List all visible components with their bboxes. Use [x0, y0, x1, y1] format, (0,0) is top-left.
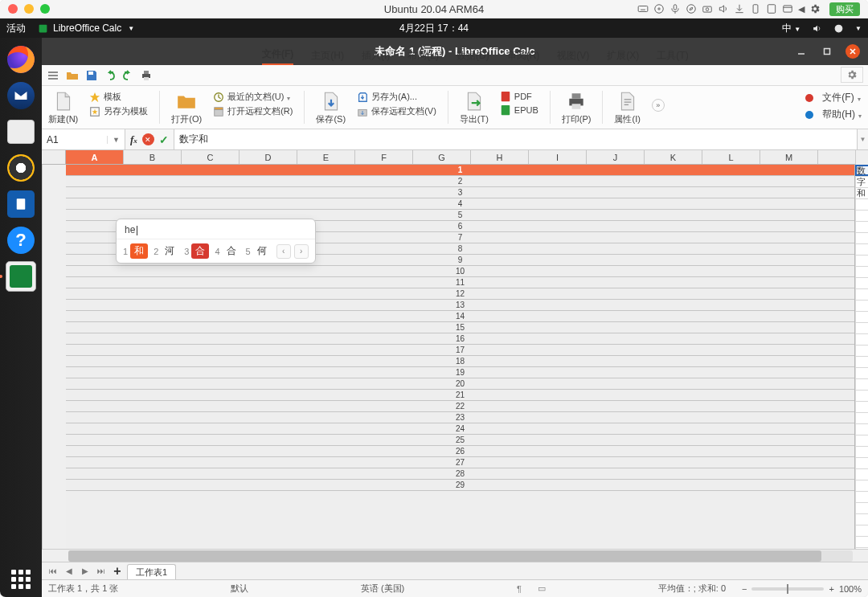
ribbon-recent-docs-button[interactable]: 最近的文档(U) [213, 91, 293, 103]
cell-A1[interactable]: 数字和 [857, 165, 868, 198]
dock-thunderbird[interactable] [4, 79, 38, 112]
ribbon-save-remote-button[interactable]: 保存远程文档(V) [357, 105, 436, 117]
tab-主页h[interactable]: 主页(H) [311, 47, 344, 65]
row-header-20[interactable]: 20 [66, 378, 854, 390]
tab-文件f[interactable]: 文件(F) [262, 45, 293, 65]
ribbon-new-button[interactable]: 新建(N) [48, 91, 78, 125]
row-header-11[interactable]: 11 [66, 277, 854, 288]
row-header-27[interactable]: 27 [66, 457, 854, 468]
ime-next-page-button[interactable]: › [294, 244, 309, 259]
column-header-D[interactable]: D [240, 150, 297, 164]
row-header-21[interactable]: 21 [66, 390, 854, 401]
qat-open-button[interactable] [66, 69, 79, 82]
column-header-M[interactable]: M [760, 150, 818, 164]
formula-cancel-button[interactable]: ✕ [142, 133, 154, 145]
formula-accept-button[interactable]: ✓ [159, 133, 169, 146]
formula-input[interactable]: 数字和 [174, 129, 857, 149]
phone-icon[interactable] [750, 3, 761, 14]
tablet-icon[interactable] [766, 3, 777, 14]
sheet-nav-prev-button[interactable]: ◀ [63, 565, 76, 578]
ribbon-print-button[interactable]: 打印(P) [562, 91, 592, 125]
ime-candidate-2[interactable]: 2河 [154, 243, 178, 259]
vertical-scrollbar[interactable] [855, 150, 868, 165]
qat-menu-button[interactable] [47, 69, 59, 82]
row-header-19[interactable]: 19 [66, 367, 854, 378]
ribbon-open-button[interactable]: 打开(O) [171, 91, 202, 125]
zoom-in-button[interactable]: + [829, 584, 833, 594]
row-header-15[interactable]: 15 [66, 322, 854, 333]
mic-icon[interactable] [669, 3, 681, 14]
name-box[interactable]: A1 ▼ [42, 129, 125, 149]
column-header-L[interactable]: L [702, 150, 760, 164]
row-header-28[interactable]: 28 [66, 468, 854, 480]
tab-布局l[interactable]: 布局(L) [407, 47, 439, 65]
column-header-A[interactable]: A [66, 150, 124, 164]
ribbon-export-epub-button[interactable]: EPUB [500, 104, 538, 116]
column-header-B[interactable]: B [124, 150, 182, 164]
row-header-10[interactable]: 10 [66, 266, 854, 277]
status-selection-mode-icon[interactable]: ▭ [538, 583, 546, 594]
ribbon-help-menu[interactable]: 帮助(H) [805, 108, 862, 121]
row-header-2[interactable]: 2 [66, 176, 854, 187]
column-header-H[interactable]: H [471, 150, 529, 164]
dock-help[interactable]: ? [4, 223, 38, 257]
qat-undo-button[interactable] [104, 69, 117, 82]
status-insert-mode-icon[interactable]: ¶ [517, 584, 522, 594]
disc-icon[interactable] [653, 3, 665, 14]
horizontal-scrollbar[interactable] [42, 549, 868, 562]
column-header-F[interactable]: F [355, 150, 413, 164]
column-header-J[interactable]: J [587, 150, 645, 164]
ime-prev-page-button[interactable]: ‹ [276, 244, 291, 259]
ime-candidate-4[interactable]: 4合 [215, 243, 240, 259]
tab-视图v[interactable]: 视图(V) [557, 47, 589, 65]
window-icon[interactable] [782, 3, 793, 14]
dock-writer[interactable] [4, 187, 38, 221]
ribbon-file-menu[interactable]: 文件(F) [805, 91, 861, 104]
name-box-dropdown-icon[interactable]: ▼ [107, 136, 120, 144]
vertical-scrollbar-track[interactable] [42, 165, 66, 549]
row-header-29[interactable]: 29 [66, 480, 854, 491]
zoom-out-button[interactable]: − [742, 584, 747, 594]
tab-扩展x[interactable]: 扩展(X) [607, 47, 639, 65]
ribbon-save-as-button[interactable]: 另存为(A)... [357, 91, 436, 103]
status-calc[interactable]: 平均值：; 求和: 0 [658, 583, 726, 595]
row-header-14[interactable]: 14 [66, 311, 854, 322]
select-all-corner[interactable] [42, 150, 66, 165]
qat-redo-button[interactable] [121, 69, 133, 82]
ribbon-overflow-button[interactable]: » [652, 99, 665, 112]
function-wizard-button[interactable]: fx [130, 133, 137, 146]
gear-icon[interactable] [809, 3, 821, 14]
column-headers[interactable]: ABCDEFGHIJKLM [66, 150, 855, 165]
dock-files[interactable] [4, 115, 38, 149]
row-header-26[interactable]: 26 [66, 446, 854, 457]
tab-数据d[interactable]: 数据(D) [457, 47, 489, 65]
cell-grid[interactable]: 数字和 [855, 165, 868, 549]
ribbon-save-button[interactable]: 保存(S) [316, 91, 346, 125]
column-header-E[interactable]: E [297, 150, 355, 164]
mac-close-button[interactable] [8, 4, 18, 14]
keyboard-icon[interactable] [637, 3, 649, 14]
row-header-16[interactable]: 16 [66, 333, 854, 345]
row-header-25[interactable]: 25 [66, 435, 854, 446]
row-header-18[interactable]: 18 [66, 356, 854, 367]
status-language[interactable]: 英语 (美国) [361, 583, 404, 595]
column-header-I[interactable]: I [529, 150, 587, 164]
dock-firefox[interactable] [4, 43, 38, 76]
row-header-12[interactable]: 12 [66, 288, 854, 300]
ribbon-open-remote-button[interactable]: 打开远程文档(R) [213, 105, 293, 117]
download-icon[interactable] [734, 3, 745, 14]
ribbon-save-as-template-button[interactable]: 另存为模板 [89, 105, 148, 117]
column-header-G[interactable]: G [413, 150, 471, 164]
qat-print-button[interactable] [140, 69, 153, 82]
speaker-icon[interactable] [718, 3, 729, 14]
row-header-1[interactable]: 1 [66, 165, 854, 176]
row-header-23[interactable]: 23 [66, 412, 854, 423]
row-header-4[interactable]: 4 [66, 198, 854, 210]
ribbon-export-pdf-button[interactable]: PDF [500, 91, 538, 102]
sheet-nav-last-button[interactable]: ⏭ [95, 565, 108, 578]
tab-工具t[interactable]: 工具(T) [657, 47, 688, 65]
ribbon-export-button[interactable]: 导出(T) [460, 91, 489, 125]
add-sheet-button[interactable]: + [111, 565, 124, 578]
ime-candidate-1[interactable]: 1和 [123, 243, 148, 259]
sheet-nav-first-button[interactable]: ⏮ [47, 565, 59, 578]
